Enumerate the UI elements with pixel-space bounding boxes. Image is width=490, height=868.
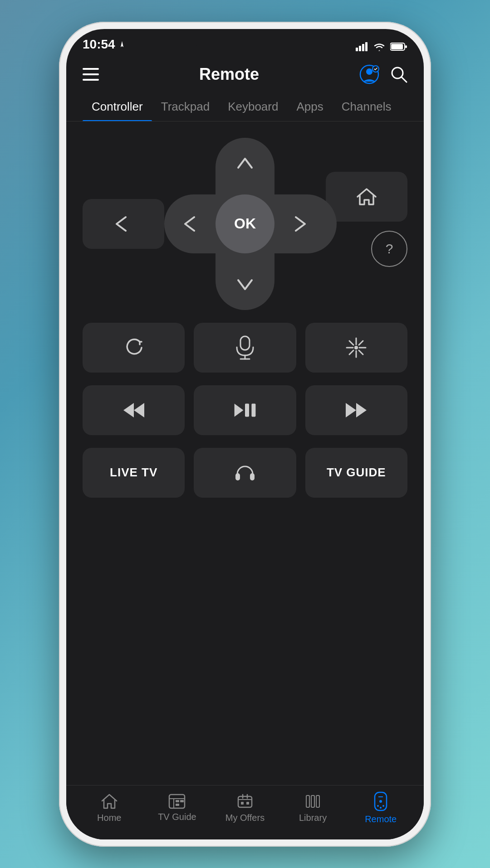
- wifi-icon: [373, 42, 386, 52]
- chevron-up-icon: [234, 154, 256, 172]
- search-button[interactable]: [390, 66, 407, 83]
- mic-button[interactable]: [194, 323, 296, 373]
- dpad-right-button[interactable]: [282, 201, 318, 247]
- tab-trackpad[interactable]: Trackpad: [152, 92, 219, 121]
- dpad-up-button[interactable]: [222, 145, 268, 181]
- tab-apps[interactable]: Apps: [287, 92, 332, 121]
- ok-button[interactable]: OK: [216, 194, 274, 253]
- svg-point-54: [380, 807, 382, 809]
- menu-button[interactable]: [83, 68, 99, 81]
- svg-rect-41: [176, 804, 179, 806]
- button-row-3: LIVE TV TV GUIDE: [83, 448, 407, 498]
- svg-rect-42: [238, 796, 252, 807]
- nav-tvguide[interactable]: TV Guide: [150, 794, 204, 822]
- tab-channels[interactable]: Channels: [333, 92, 401, 121]
- svg-rect-3: [365, 42, 368, 51]
- svg-line-25: [359, 341, 363, 345]
- svg-rect-6: [405, 45, 407, 48]
- tab-keyboard[interactable]: Keyboard: [219, 92, 287, 121]
- menu-icon: [83, 68, 99, 81]
- back-button[interactable]: [83, 199, 164, 249]
- header: Remote: [66, 56, 424, 92]
- svg-rect-1: [359, 46, 361, 51]
- svg-rect-34: [235, 473, 240, 480]
- dpad: OK: [164, 138, 326, 310]
- svg-rect-46: [306, 795, 309, 807]
- right-controls: ?: [326, 172, 407, 276]
- headphones-icon: [234, 461, 256, 484]
- svg-marker-27: [123, 403, 134, 417]
- dpad-down-button[interactable]: [222, 267, 268, 303]
- status-time: 10:54: [83, 37, 126, 52]
- svg-point-53: [382, 805, 384, 807]
- svg-marker-33: [356, 403, 367, 417]
- home-button[interactable]: [326, 172, 407, 222]
- back-icon: [112, 215, 135, 233]
- fastforward-icon: [344, 401, 368, 419]
- library-nav-icon: [304, 793, 322, 810]
- remote-nav-icon: [374, 791, 387, 811]
- header-left: [83, 68, 99, 81]
- svg-rect-2: [362, 44, 364, 51]
- rewind-button[interactable]: [83, 385, 185, 435]
- controller-panel: OK ?: [66, 121, 424, 785]
- nav-remote[interactable]: Remote: [353, 791, 408, 824]
- home-nav-icon: [101, 793, 118, 810]
- nav-library[interactable]: Library: [286, 793, 340, 823]
- tvguide-button[interactable]: TV GUIDE: [305, 448, 407, 498]
- svg-line-14: [402, 77, 407, 82]
- location-icon: [118, 40, 126, 48]
- page-title: Remote: [199, 65, 259, 84]
- nav-myoffers[interactable]: My Offers: [218, 793, 272, 823]
- svg-rect-8: [83, 73, 99, 75]
- chevron-right-icon: [291, 213, 309, 235]
- bottom-nav: Home TV Guide: [66, 785, 424, 839]
- svg-rect-15: [240, 336, 250, 350]
- svg-point-18: [354, 346, 358, 349]
- replay-button[interactable]: [83, 323, 185, 373]
- playpause-icon: [233, 401, 257, 419]
- playpause-button[interactable]: [194, 385, 296, 435]
- search-icon: [390, 66, 407, 83]
- tab-controller[interactable]: Controller: [83, 92, 152, 121]
- battery-icon: [390, 42, 407, 51]
- svg-line-24: [359, 350, 363, 354]
- svg-rect-31: [251, 403, 255, 417]
- livetv-button[interactable]: LIVE TV: [83, 448, 185, 498]
- star-icon: [345, 336, 368, 359]
- svg-rect-35: [250, 473, 255, 480]
- svg-rect-7: [83, 68, 99, 70]
- status-icons: [356, 42, 407, 52]
- home-icon: [355, 185, 378, 208]
- star-button[interactable]: [305, 323, 407, 373]
- button-row-1: [83, 323, 407, 373]
- svg-rect-9: [83, 79, 99, 81]
- svg-rect-45: [246, 802, 249, 805]
- chevron-down-icon: [234, 276, 256, 294]
- svg-rect-47: [311, 795, 314, 807]
- svg-rect-0: [356, 48, 358, 51]
- svg-rect-48: [316, 795, 319, 807]
- dpad-area: OK ?: [83, 138, 407, 310]
- device-button[interactable]: [359, 64, 379, 84]
- tvguide-nav-icon: [168, 794, 186, 809]
- svg-marker-28: [134, 403, 144, 417]
- svg-marker-29: [235, 403, 244, 417]
- dpad-left-button[interactable]: [172, 201, 208, 247]
- myoffers-nav-icon: [236, 793, 254, 810]
- svg-rect-30: [245, 403, 249, 417]
- replay-icon: [122, 336, 145, 359]
- svg-marker-32: [346, 403, 356, 417]
- svg-rect-44: [241, 802, 244, 805]
- chevron-left-icon: [181, 213, 199, 235]
- header-right: [359, 64, 407, 84]
- phone-frame: 10:54: [59, 22, 431, 847]
- notch: [191, 29, 299, 48]
- device-icon: [359, 64, 379, 84]
- nav-home[interactable]: Home: [82, 793, 137, 823]
- headphones-button[interactable]: [194, 448, 296, 498]
- fastforward-button[interactable]: [305, 385, 407, 435]
- signal-icon: [356, 42, 368, 51]
- button-row-2: [83, 385, 407, 435]
- help-button[interactable]: ?: [371, 231, 407, 267]
